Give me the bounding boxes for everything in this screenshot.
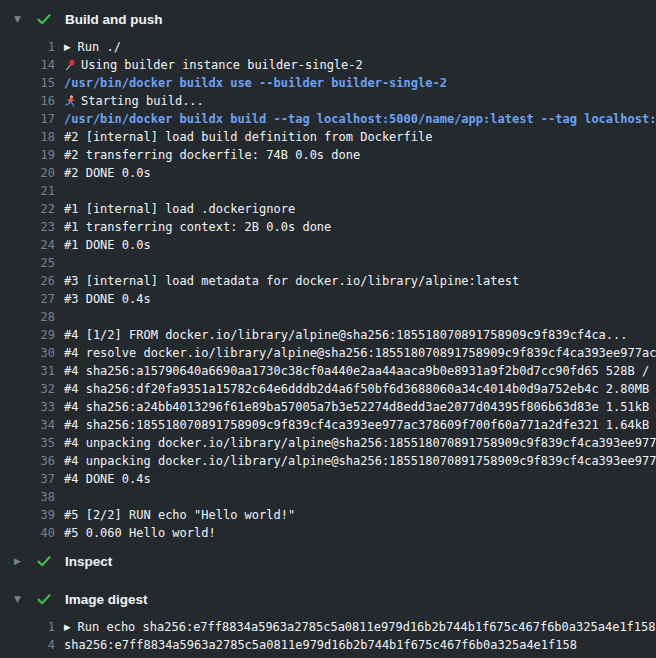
line-number[interactable]: 30 [0,344,55,362]
line-text: #2 transferring dockerfile: 74B 0.0s don… [64,146,360,164]
line-number[interactable]: 31 [0,362,55,380]
log-line: 28 [0,308,656,326]
log-line: 37 #4 DONE 0.4s [0,470,656,488]
line-text-content: #2 transferring dockerfile: 74B 0.0s don… [64,148,360,162]
line-number[interactable]: 39 [0,506,55,524]
group-line-text[interactable]: ▶Run echo sha256:e7ff8834a5963a2785c5a08… [64,618,656,636]
expand-triangle-icon[interactable]: ▶ [64,38,71,56]
line-number[interactable]: 23 [0,218,55,236]
line-number[interactable]: 32 [0,380,55,398]
line-number[interactable]: 40 [0,524,55,542]
line-text: #4 sha256:a24bb4013296f61e89ba57005a7b3e… [64,398,656,416]
line-text: #4 sha256:df20fa9351a15782c64e6dddb2d4a6… [64,380,656,398]
log-line: 31 #4 sha256:a15790640a6690aa1730c38cf0a… [0,362,656,380]
line-text-content: #4 sha256:a15790640a6690aa1730c38cf0a440… [64,364,656,378]
log-section: ▶ Inspect [0,542,656,580]
line-text: #4 [1/2] FROM docker.io/library/alpine@s… [64,326,628,344]
check-icon [36,11,52,27]
line-number[interactable]: 26 [0,272,55,290]
log-line: 22 #1 [internal] load .dockerignore [0,200,656,218]
line-text-content: #4 resolve docker.io/library/alpine@sha2… [64,346,656,360]
line-number[interactable]: 34 [0,416,55,434]
log-line: 14 Using builder instance builder-single… [0,56,656,74]
log-line: 20 #2 DONE 0.0s [0,164,656,182]
line-text-content: #4 DONE 0.4s [64,472,151,486]
line-number[interactable]: 15 [0,74,55,92]
pushpin-icon [64,59,76,71]
section-header-build-and-push[interactable]: ▼ Build and push [0,0,656,38]
line-text-content: #3 [internal] load metadata for docker.i… [64,274,519,288]
line-text-content: #3 DONE 0.4s [64,292,151,306]
line-text: #2 DONE 0.0s [64,164,151,182]
line-text: #3 [internal] load metadata for docker.i… [64,272,519,290]
check-icon [36,591,52,607]
line-text-content: sha256:e7ff8834a5963a2785c5a0811e979d16b… [64,638,577,652]
line-text-content: #5 0.060 Hello world! [64,526,216,540]
section-title: Inspect [65,554,112,569]
log-line: 16 Starting build... [0,92,656,110]
line-number[interactable]: 1 [0,618,55,636]
line-number[interactable]: 17 [0,110,55,128]
chevron-down-icon[interactable]: ▼ [14,595,27,604]
chevron-right-icon[interactable]: ▶ [14,557,27,566]
line-text: #5 0.060 Hello world! [64,524,216,542]
expand-triangle-icon[interactable]: ▶ [64,618,71,636]
line-text-content: #4 sha256:a24bb4013296f61e89ba57005a7b3e… [64,400,656,414]
log-line: 1 ▶Run echo sha256:e7ff8834a5963a2785c5a… [0,618,656,636]
line-number[interactable]: 22 [0,200,55,218]
log-line: 26 #3 [internal] load metadata for docke… [0,272,656,290]
group-line-text[interactable]: ▶Run ./ [64,38,121,56]
line-text: #4 sha256:185518070891758909c9f839cf4ca3… [64,416,656,434]
line-number[interactable]: 20 [0,164,55,182]
line-number[interactable]: 38 [0,488,55,506]
line-number[interactable]: 25 [0,254,55,272]
line-text-content: Starting build... [81,94,204,108]
line-number[interactable]: 28 [0,308,55,326]
line-number[interactable]: 27 [0,290,55,308]
log-line: 34 #4 sha256:185518070891758909c9f839cf4… [0,416,656,434]
line-text: Using builder instance builder-single-2 [64,56,363,74]
workflow-log-viewer: ▼ Build and push 1 ▶Run ./ 14 Using buil… [0,0,656,658]
log-section: ▼ Build and push 1 ▶Run ./ 14 Using buil… [0,0,656,542]
line-text: #3 DONE 0.4s [64,290,151,308]
section-header-image-digest[interactable]: ▼ Image digest [0,580,656,618]
line-number[interactable]: 21 [0,182,55,200]
line-number[interactable]: 36 [0,452,55,470]
section-title: Image digest [65,592,148,607]
log-line: 39 #5 [2/2] RUN echo "Hello world!" [0,506,656,524]
log-line: 15 /usr/bin/docker buildx use --builder … [0,74,656,92]
log-line: 30 #4 resolve docker.io/library/alpine@s… [0,344,656,362]
line-text-content[interactable]: Run ./ [78,40,121,54]
line-text-content: Using builder instance builder-single-2 [81,58,363,72]
line-text: #4 unpacking docker.io/library/alpine@sh… [64,452,656,470]
line-text: #4 DONE 0.4s [64,470,151,488]
line-number[interactable]: 16 [0,92,55,110]
line-number[interactable]: 19 [0,146,55,164]
line-number[interactable]: 4 [0,636,55,654]
line-text-content[interactable]: Run echo sha256:e7ff8834a5963a2785c5a081… [78,620,656,634]
line-number[interactable]: 18 [0,128,55,146]
line-number[interactable]: 14 [0,56,55,74]
line-text: sha256:e7ff8834a5963a2785c5a0811e979d16b… [64,636,577,654]
line-number[interactable]: 1 [0,38,55,56]
line-text-content: #2 [internal] load build definition from… [64,130,432,144]
section-header-inspect[interactable]: ▶ Inspect [0,542,656,580]
line-number[interactable]: 37 [0,470,55,488]
section-lines: 1 ▶Run ./ 14 Using builder instance buil… [0,38,656,542]
log-line: 4 sha256:e7ff8834a5963a2785c5a0811e979d1… [0,636,656,654]
line-number[interactable]: 33 [0,398,55,416]
line-text: #4 resolve docker.io/library/alpine@sha2… [64,344,656,362]
line-text-content: #4 [1/2] FROM docker.io/library/alpine@s… [64,328,628,342]
chevron-down-icon[interactable]: ▼ [14,15,27,24]
line-number[interactable]: 29 [0,326,55,344]
line-text: /usr/bin/docker buildx build --tag local… [64,110,656,128]
log-line: 23 #1 transferring context: 2B 0.0s done [0,218,656,236]
log-line: 19 #2 transferring dockerfile: 74B 0.0s … [0,146,656,164]
log-line: 40 #5 0.060 Hello world! [0,524,656,542]
line-text: #5 [2/2] RUN echo "Hello world!" [64,506,295,524]
line-number[interactable]: 24 [0,236,55,254]
line-number[interactable]: 35 [0,434,55,452]
section-lines: 1 ▶Run echo sha256:e7ff8834a5963a2785c5a… [0,618,656,654]
check-icon [36,553,52,569]
line-text-content: #4 sha256:df20fa9351a15782c64e6dddb2d4a6… [64,382,656,396]
